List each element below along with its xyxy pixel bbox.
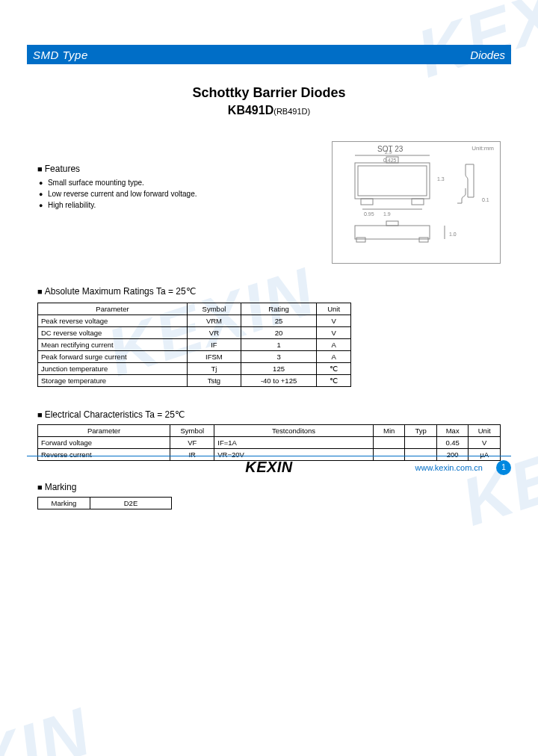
svg-rect-1 (358, 166, 427, 196)
package-drawing: SOT 23 Unit:mm (332, 141, 501, 264)
dim-side-w: 0.1 (482, 197, 489, 202)
col-parameter: Parameter (38, 303, 188, 315)
col-typ: Typ (405, 425, 437, 437)
dim-lead-w: 0.95 (364, 211, 374, 217)
svg-rect-10 (386, 221, 398, 226)
abs-max-section: Absolute Maximum Ratings Ta = 25℃ Parame… (37, 286, 501, 387)
table-header-row: Parameter Symbol Testconditons Min Typ M… (38, 425, 501, 437)
col-testcond: Testconditons (214, 425, 374, 437)
cell-sym: VR (188, 327, 241, 339)
brand-logo: KEXIN (245, 459, 293, 476)
cell-sym: IF (188, 339, 241, 351)
cell-unit: ℃ (317, 375, 351, 387)
watermark: KEXIN (0, 693, 100, 756)
svg-rect-7 (355, 226, 430, 239)
title-block: Schottky Barrier Diodes KB491D(RB491D) (0, 85, 538, 117)
cell-rating: 1 (241, 339, 316, 351)
cell-sym: VF (170, 437, 214, 449)
svg-rect-8 (356, 238, 365, 242)
header-left: SMD Type (27, 49, 88, 61)
header-right: Diodes (470, 49, 511, 61)
feature-item: High reliability. (39, 201, 332, 209)
cell-sym: VRM (188, 315, 241, 327)
marking-heading: Marking (37, 482, 501, 492)
header-bar: SMD Type Diodes (27, 45, 511, 64)
col-max: Max (436, 425, 469, 437)
cell-cond: IF=1A (214, 437, 374, 449)
feature-item: Low reverse current and low forward volt… (39, 190, 332, 198)
page-number-badge: 1 (496, 460, 511, 475)
col-symbol: Symbol (170, 425, 214, 437)
col-min: Min (373, 425, 405, 437)
table-row: Junction temperatureTj125℃ (38, 363, 351, 375)
table-header-row: Parameter Symbol Rating Unit (38, 303, 351, 315)
col-rating: Rating (241, 303, 316, 315)
col-symbol: Symbol (188, 303, 241, 315)
cell-sym: Tstg (188, 375, 241, 387)
feature-item: Small surface mounting type. (39, 179, 332, 187)
features-heading: Features (37, 164, 332, 174)
elec-heading: Electrical Characteristics Ta = 25℃ (37, 409, 501, 420)
dim-lead-pitch: 1.9 (383, 211, 391, 217)
cell-param: Peak forward surge current (38, 351, 188, 363)
cell-param: Junction temperature (38, 363, 188, 375)
svg-rect-9 (419, 238, 428, 242)
table-row: Mean rectifying currentIF1A (38, 339, 351, 351)
footer-url: www.kexin.com.cn (415, 463, 483, 472)
dim-body-w2: 0.425 (383, 158, 397, 163)
cell-max: 0.45 (436, 437, 469, 449)
part-number: KB491D(RB491D) (0, 104, 538, 117)
col-parameter: Parameter (38, 425, 170, 437)
cell-rating: -40 to +125 (241, 375, 316, 387)
doc-title: Schottky Barrier Diodes (0, 85, 538, 101)
dim-h2: 1.3 (437, 176, 445, 182)
cell-param: Storage temperature (38, 375, 188, 387)
package-svg-icon: 2.9 0.425 1.9 0.95 0.1 1.0 1.3 (333, 142, 501, 264)
features-row: Features Small surface mounting type. Lo… (37, 164, 501, 264)
cell-sym: Tj (188, 363, 241, 375)
cell-unit: V (317, 327, 351, 339)
cell-min (373, 437, 405, 449)
cell-unit: ℃ (317, 363, 351, 375)
part-equiv: (RB491D) (273, 107, 310, 116)
col-unit: Unit (317, 303, 351, 315)
cell-rating: 125 (241, 363, 316, 375)
svg-rect-4 (412, 199, 424, 205)
svg-rect-0 (355, 163, 430, 199)
marking-table: Marking D2E (37, 497, 172, 509)
table-row: Storage temperatureTstg-40 to +125℃ (38, 375, 351, 387)
col-unit: Unit (469, 425, 501, 437)
cell-marking-label: Marking (38, 498, 90, 509)
cell-param: Peak reverse voltage (38, 315, 188, 327)
cell-unit: A (317, 351, 351, 363)
cell-unit: A (317, 339, 351, 351)
table-row: Peak forward surge currentIFSM3A (38, 351, 351, 363)
marking-section: Marking Marking D2E (37, 482, 501, 509)
cell-unit: V (469, 437, 501, 449)
cell-sym: IFSM (188, 351, 241, 363)
cell-rating: 20 (241, 327, 316, 339)
cell-unit: V (317, 315, 351, 327)
cell-rating: 25 (241, 315, 316, 327)
elec-section: Electrical Characteristics Ta = 25℃ Para… (37, 409, 501, 461)
dim-h: 1.0 (449, 232, 457, 237)
table-row: Peak reverse voltageVRM25V (38, 315, 351, 327)
cell-param: DC reverse voltage (38, 327, 188, 339)
cell-rating: 3 (241, 351, 316, 363)
table-row: DC reverse voltageVR20V (38, 327, 351, 339)
svg-rect-3 (361, 199, 373, 205)
cell-param: Forward voltage (38, 437, 170, 449)
table-row: Forward voltage VF IF=1A 0.45 V (38, 437, 501, 449)
cell-typ (405, 437, 437, 449)
part-main: KB491D (228, 104, 273, 117)
dim-body-w: 2.9 (385, 149, 392, 155)
cell-param: Mean rectifying current (38, 339, 188, 351)
abs-max-table: Parameter Symbol Rating Unit Peak revers… (37, 303, 351, 387)
table-row: Marking D2E (38, 498, 172, 509)
cell-marking-code: D2E (90, 498, 172, 509)
footer-bar: KEXIN www.kexin.com.cn 1 (27, 456, 511, 478)
abs-max-heading: Absolute Maximum Ratings Ta = 25℃ (37, 286, 501, 297)
